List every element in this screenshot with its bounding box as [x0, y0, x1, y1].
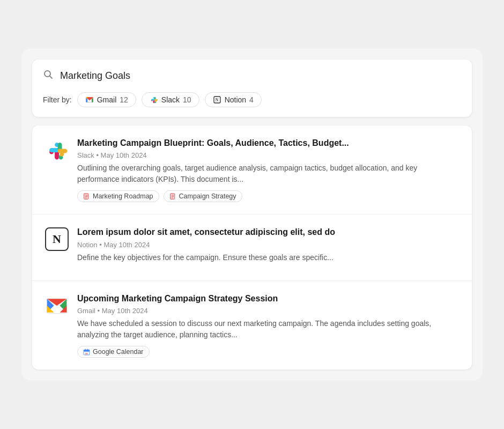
slack-chip-icon — [150, 95, 158, 104]
filter-label: Filter by: — [43, 95, 72, 104]
result-source-1: Slack — [77, 151, 94, 159]
result-meta-2: Notion • May 10th 2024 — [77, 241, 459, 249]
slack-chip-label: Slack — [161, 95, 180, 104]
notion-chip-label: Notion — [225, 95, 246, 104]
notion-result-icon: N — [45, 227, 69, 251]
doc-icon-2 — [169, 193, 176, 200]
result-date-2: May 10th 2024 — [103, 241, 150, 249]
result-snippet-3: We have scheduled a session to discuss o… — [77, 318, 459, 341]
result-source-2: Notion — [77, 241, 98, 249]
result-item-3[interactable]: Upcoming Marketing Campaign Strategy Ses… — [32, 281, 472, 369]
result-source-3: Gmail — [77, 307, 95, 315]
tag-label-google-calendar: Google Calendar — [93, 348, 144, 356]
result-snippet-1: Outlining the overarching goals, target … — [77, 162, 459, 185]
result-title-2: Lorem ipsum dolor sit amet, consectetur … — [77, 226, 459, 238]
gmail-chip-label: Gmail — [97, 95, 117, 104]
svg-rect-17 — [84, 351, 90, 351]
google-calendar-icon: 31 — [83, 349, 90, 356]
result-tags-1: Marketing Roadmap Campaign Strategy — [77, 190, 459, 202]
result-meta-1: Slack • May 10th 2024 — [77, 151, 459, 159]
doc-icon-1 — [83, 193, 90, 200]
gmail-chip-icon — [85, 95, 94, 104]
notion-chip-icon: N — [213, 95, 221, 104]
result-title-3: Upcoming Marketing Campaign Strategy Ses… — [77, 293, 459, 305]
result-tag-campaign-strategy[interactable]: Campaign Strategy — [164, 190, 242, 202]
notion-chip-count: 4 — [249, 95, 254, 104]
result-tag-marketing-roadmap[interactable]: Marketing Roadmap — [77, 190, 159, 202]
slack-chip-count: 10 — [183, 95, 191, 104]
svg-text:N: N — [215, 98, 218, 102]
result-item-2[interactable]: N Lorem ipsum dolor sit amet, consectetu… — [32, 214, 472, 280]
filter-chip-notion[interactable]: N Notion 4 — [205, 92, 262, 107]
tag-label-campaign-strategy: Campaign Strategy — [179, 193, 236, 200]
result-meta-dot-1: • — [96, 151, 100, 159]
search-icon — [43, 69, 54, 83]
gmail-result-icon — [45, 294, 69, 317]
result-date-1: May 10th 2024 — [101, 151, 147, 159]
result-content-3: Upcoming Marketing Campaign Strategy Ses… — [77, 293, 459, 358]
main-container: Marketing Goals Filter by: — [21, 49, 483, 380]
result-title-1: Marketing Campaign Blueprint: Goals, Aud… — [77, 137, 459, 149]
result-content-1: Marketing Campaign Blueprint: Goals, Aud… — [77, 137, 459, 202]
svg-text:31: 31 — [85, 352, 88, 354]
filter-chip-gmail[interactable]: Gmail 12 — [77, 92, 136, 107]
search-query: Marketing Goals — [60, 70, 130, 82]
tag-label-marketing-roadmap: Marketing Roadmap — [93, 193, 153, 200]
result-content-2: Lorem ipsum dolor sit amet, consectetur … — [77, 226, 459, 268]
result-snippet-2: Define the key objectives for the campai… — [77, 252, 459, 263]
result-meta-3: Gmail • May 10th 2024 — [77, 307, 459, 315]
search-box: Marketing Goals Filter by: — [32, 60, 472, 117]
result-date-3: May 10th 2024 — [102, 307, 148, 315]
result-tags-3: 31 Google Calendar — [77, 346, 459, 358]
result-tag-google-calendar[interactable]: 31 Google Calendar — [77, 346, 150, 358]
filter-chip-slack[interactable]: Slack 10 — [142, 92, 199, 107]
result-meta-dot-3: • — [98, 307, 102, 315]
results-area: Marketing Campaign Blueprint: Goals, Aud… — [32, 125, 472, 369]
gmail-chip-count: 12 — [120, 95, 128, 104]
svg-line-1 — [50, 76, 53, 78]
result-item-1[interactable]: Marketing Campaign Blueprint: Goals, Aud… — [32, 125, 472, 214]
slack-result-icon — [45, 138, 69, 162]
